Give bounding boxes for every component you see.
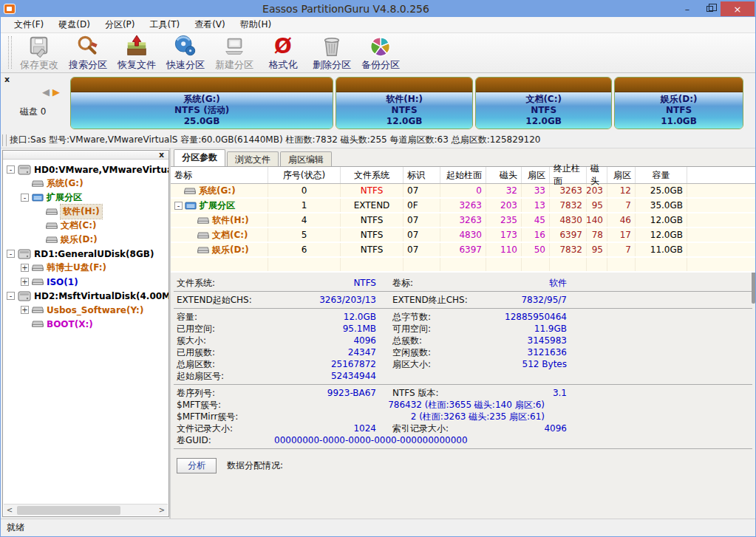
disk-band-close-icon[interactable]: x (4, 75, 10, 84)
partition-block-1[interactable]: 软件(H:) NTFS 12.0GB (336, 77, 473, 129)
tree-item-hd2[interactable]: - HD2:MsftVirtualDisk(4.00MB) (3, 289, 168, 303)
detail-label: 已用簇数: (177, 346, 271, 359)
cell-start-cylinder: 0 (440, 184, 486, 197)
col-header-filesystem[interactable]: 文件系统 (341, 167, 403, 183)
col-header-end-head[interactable]: 磁头 (587, 167, 607, 183)
cell-filesystem: NTFS (341, 243, 403, 256)
partition-block-3[interactable]: 娱乐(D:) NTFS 11.0GB (614, 77, 743, 129)
tree-item-usbos-y[interactable]: + Usbos_Software(Y:) (3, 303, 168, 317)
collapse-icon[interactable]: - (7, 165, 15, 174)
collapse-icon[interactable]: - (174, 202, 183, 210)
tree-item-software-h[interactable]: 软件(H:) (3, 205, 168, 219)
save-changes-button[interactable]: 保存更改 (15, 33, 64, 72)
table-row-entertainment-d[interactable]: 娱乐(D:) 6 NTFS 07 6397 110 50 7832 95 7 1… (171, 243, 755, 258)
restore-button[interactable] (698, 1, 721, 16)
col-header-end-cylinder[interactable]: 终止柱面 (550, 167, 587, 183)
tree-item-label: 软件(H:) (61, 205, 102, 219)
detail-value: 3121636 (471, 347, 567, 358)
collapse-icon[interactable]: - (7, 250, 15, 258)
tree-item-entertainment-d[interactable]: 娱乐(D:) (3, 233, 168, 247)
menu-help[interactable]: 帮助(H) (233, 17, 279, 33)
menu-file[interactable]: 文件(F) (7, 17, 51, 33)
col-header-index[interactable]: 序号(状态) (268, 167, 341, 183)
table-row-document-c[interactable]: 文档(C:) 5 NTFS 07 4830 173 16 6397 78 17 … (171, 228, 755, 243)
partition-block-0[interactable]: 系统(G:) NTFS (活动) 25.0GB (70, 77, 333, 129)
col-header-start-head[interactable]: 磁头 (486, 167, 522, 183)
status-bar: 就绪 (1, 519, 755, 536)
col-header-start-cylinder[interactable]: 起始柱面 (440, 167, 486, 183)
detail-value: 512 Bytes (471, 359, 567, 369)
delete-partition-button[interactable]: 删除分区 (307, 33, 356, 72)
cell-filesystem: NTFS (341, 228, 403, 242)
partition-block-2[interactable]: 文档(C:) NTFS 12.0GB (475, 77, 612, 129)
table-row-system-g[interactable]: 系统(G:) 0 NTFS 07 0 32 33 3263 203 12 25.… (171, 184, 755, 199)
cell-end-head: 78 (587, 228, 607, 242)
next-disk-icon[interactable]: ▶ (52, 86, 63, 98)
cell-index: 6 (268, 243, 341, 256)
backup-partition-button[interactable]: 备份分区 (356, 33, 405, 72)
cell-capacity: 12.0GB (636, 213, 687, 227)
menu-partition[interactable]: 分区(P) (98, 17, 143, 33)
tab-browse-files[interactable]: 浏览文件 (227, 151, 279, 166)
expand-icon[interactable]: + (21, 278, 29, 286)
toolbar: 保存更改 搜索分区 恢复文件 快速分区 新建分区 (1, 33, 755, 73)
col-header-id[interactable]: 标识 (403, 167, 440, 183)
table-row-extended[interactable]: - 扩展分区 1 EXTEND 0F 3263 203 13 7832 95 7… (171, 199, 755, 213)
menu-tools[interactable]: 工具(T) (142, 17, 187, 33)
quick-partition-button[interactable]: 快速分区 (161, 33, 210, 72)
tree-item-hd0[interactable]: - HD0:VMware,VMwareVirtualS(6 (3, 163, 168, 177)
tab-bar: 分区参数 浏览文件 扇区编辑 (171, 148, 755, 166)
cell-end-head: 95 (587, 243, 607, 256)
new-partition-button[interactable]: 新建分区 (210, 33, 259, 72)
cell-index: 4 (268, 213, 341, 227)
detail-label: 索引记录大小: (376, 423, 471, 435)
collapse-icon[interactable]: - (21, 194, 29, 202)
col-header-start-sector[interactable]: 扇区 (522, 167, 550, 183)
collapse-icon[interactable]: - (7, 292, 15, 300)
tree-item-system-g[interactable]: 系统(G:) (3, 177, 168, 191)
col-header-volume[interactable]: 卷标 (171, 167, 268, 183)
expand-icon[interactable]: + (21, 306, 29, 314)
drive-icon (32, 306, 44, 314)
scroll-right-icon[interactable]: > (156, 506, 168, 514)
tree-horizontal-scrollbar[interactable]: < > (4, 504, 168, 516)
detail-label: 卷标: (376, 277, 471, 290)
tree-item-rd1[interactable]: - RD1:GeneralUDisk(8GB) (3, 247, 168, 261)
tree-item-boot-x[interactable]: BOOT(X:) (3, 317, 168, 331)
tree-close-icon[interactable]: x (159, 150, 164, 160)
expand-icon[interactable]: + (21, 264, 29, 272)
tree-item-extended[interactable]: - 扩展分区 (3, 191, 168, 205)
tree-item-iso[interactable]: + ISO(1) (3, 275, 168, 289)
device-tree: - HD0:VMware,VMwareVirtualS(6 系统(G:) - 扩… (3, 160, 168, 504)
col-header-capacity[interactable]: 容量 (636, 167, 687, 183)
cell-index: 1 (268, 199, 341, 212)
tree-item-document-c[interactable]: 文档(C:) (3, 219, 168, 233)
vertical-scrollbar-thumb[interactable] (752, 273, 755, 304)
partition-size: 12.0GB (525, 116, 562, 127)
delete-partition-label: 删除分区 (313, 58, 351, 72)
scroll-left-icon[interactable]: < (4, 506, 16, 514)
menu-view[interactable]: 查看(V) (187, 17, 233, 33)
cell-id: 07 (403, 228, 440, 242)
minimize-button[interactable]: – (676, 1, 698, 16)
prev-disk-icon[interactable]: ◀ (42, 86, 52, 98)
col-header-end-sector[interactable]: 扇区 (607, 167, 636, 183)
cell-start-head: 203 (486, 199, 522, 212)
table-row-software-h[interactable]: 软件(H:) 4 NTFS 07 3263 235 45 4830 140 46… (171, 213, 755, 228)
table-header-row: 卷标 序号(状态) 文件系统 标识 起始柱面 磁头 扇区 终止柱面 磁头 扇区 … (171, 167, 755, 184)
recover-files-button[interactable]: 恢复文件 (112, 33, 161, 72)
tree-item-usb-f[interactable]: + 韩博士U盘(F:) (3, 261, 168, 275)
menu-disk[interactable]: 硬盘(D) (51, 17, 98, 33)
partition-details: 文件系统: NTFS 卷标: 软件 EXTEND起始CHS: 3263/203/… (171, 273, 755, 519)
quick-partition-icon (173, 35, 198, 58)
format-button[interactable]: Ø 格式化 (259, 33, 307, 72)
search-partition-button[interactable]: 搜索分区 (64, 33, 112, 72)
tab-sector-edit[interactable]: 扇区编辑 (280, 151, 332, 166)
hdd-icon (18, 291, 31, 301)
close-button[interactable]: × (721, 1, 755, 16)
analyze-button[interactable]: 分析 (177, 458, 217, 473)
tab-partition-params[interactable]: 分区参数 (174, 149, 225, 166)
detail-label: $MFT簇号: (177, 399, 271, 411)
detail-label: 起始扇区号: (177, 370, 271, 383)
scrollbar-thumb[interactable] (17, 506, 120, 515)
